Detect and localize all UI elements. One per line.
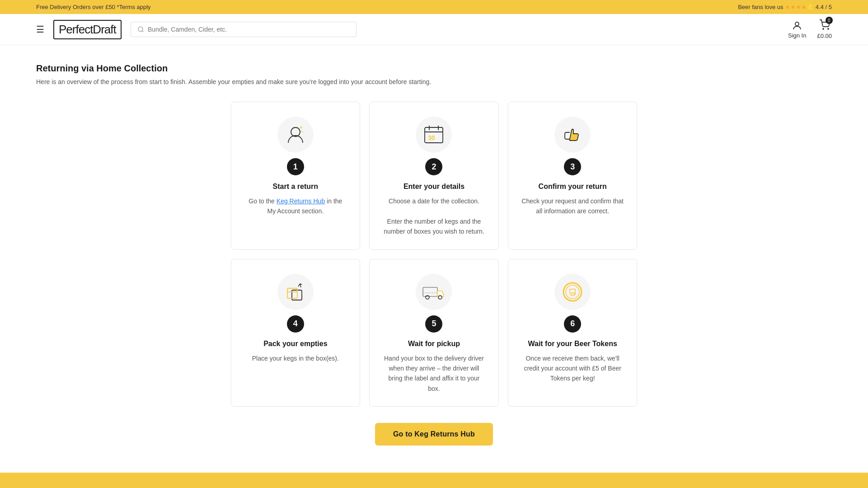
svg-point-3 (823, 28, 824, 29)
announcement-bar: Free Delivery Orders over £50 *Terms app… (0, 0, 868, 14)
search-bar[interactable] (131, 22, 357, 37)
pack-box-icon (284, 280, 307, 304)
step-3-card: 3 Confirm your return Check your request… (508, 102, 638, 250)
svg-rect-16 (423, 287, 437, 296)
sign-in-button[interactable]: Sign In (788, 20, 806, 39)
step-2-icon: 30 (416, 117, 452, 153)
page-subtitle: Here is an overview of the process from … (36, 78, 832, 85)
step-6-number: 6 (564, 315, 581, 333)
search-icon (137, 26, 144, 33)
step-3-number: 3 (564, 158, 581, 175)
svg-point-4 (828, 28, 829, 29)
step-4-title: Pack your empties (263, 340, 327, 348)
main-content: Returning via Home Collection Here is an… (0, 45, 868, 473)
cart-label: £0.00 (817, 33, 832, 39)
step-1-card: ✦ ✦ 1 Start a return Go to the Keg Retur… (231, 102, 361, 250)
step-3-desc: Check your request and confirm that all … (521, 196, 624, 216)
step-1-desc: Go to the Keg Returns Hub in the My Acco… (244, 196, 347, 216)
step-1-number: 1 (287, 158, 304, 175)
step-6-card: PD 6 Wait for your Beer Tokens Once we r… (508, 259, 638, 407)
cart-button[interactable]: 0 £0.00 (817, 19, 832, 39)
star-icons: ★★★★⭐ (785, 4, 814, 10)
step-2-number: 2 (425, 158, 442, 175)
step-6-icon: PD (554, 274, 591, 310)
step-2-card: 30 2 Enter your details Choose a date fo… (369, 102, 499, 250)
header: ☰ PerfectDraft Sign In 0 £0.00 (0, 14, 868, 45)
cta-section: Go to Keg Returns Hub (36, 423, 832, 446)
calendar-icon: 30 (422, 123, 446, 146)
step-4-desc: Place your kegs in the box(es). (252, 353, 339, 363)
person-sparkle-icon: ✦ ✦ (284, 123, 307, 146)
svg-point-5 (291, 127, 300, 136)
steps-row-1: ✦ ✦ 1 Start a return Go to the Keg Retur… (231, 102, 638, 250)
step-5-title: Wait for pickup (408, 340, 460, 348)
step-6-desc: Once we receive them back, we'll credit … (521, 353, 624, 384)
user-icon (792, 20, 802, 31)
rating: 4.4 / 5 (816, 4, 832, 10)
logo[interactable]: PerfectDraft (53, 20, 122, 39)
svg-line-1 (142, 31, 143, 32)
step-5-card: 5 Wait for pickup Hand your box to the d… (369, 259, 499, 407)
step-5-desc: Hand your box to the delivery driver whe… (382, 353, 486, 394)
svg-text:✦: ✦ (299, 125, 303, 130)
step-5-number: 5 (425, 315, 442, 333)
step-1-icon: ✦ ✦ (277, 117, 314, 153)
sign-in-label: Sign In (788, 32, 806, 39)
step-1-title: Start a return (273, 183, 318, 191)
svg-point-0 (138, 27, 143, 31)
announcement-right: Beer fans love us ★★★★⭐ 4.4 / 5 (738, 4, 832, 10)
svg-text:30: 30 (428, 134, 435, 141)
announcement-left: Free Delivery Orders over £50 *Terms app… (36, 4, 151, 10)
svg-text:✦: ✦ (301, 130, 304, 133)
header-actions: Sign In 0 £0.00 (788, 19, 832, 39)
truck-icon (421, 280, 446, 304)
svg-text:PD: PD (571, 291, 576, 296)
step-3-icon (554, 117, 591, 153)
svg-point-2 (795, 22, 799, 26)
steps-row-2: 4 Pack your empties Place your kegs in t… (231, 259, 638, 407)
page-title: Returning via Home Collection (36, 63, 832, 74)
step-4-card: 4 Pack your empties Place your kegs in t… (231, 259, 361, 407)
step-3-title: Confirm your return (539, 183, 607, 191)
step-4-number: 4 (287, 315, 304, 333)
thumbs-up-icon (561, 123, 584, 146)
logo-text: PerfectDraft (59, 23, 116, 36)
step-5-icon (416, 274, 452, 310)
step-6-title: Wait for your Beer Tokens (528, 340, 617, 348)
cart-count-badge: 0 (826, 17, 833, 24)
go-to-keg-returns-hub-button[interactable]: Go to Keg Returns Hub (375, 423, 493, 446)
search-input[interactable] (148, 26, 350, 33)
beer-token-icon: PD (561, 280, 584, 304)
step-4-icon (277, 274, 314, 310)
keg-returns-hub-link[interactable]: Keg Returns Hub (277, 197, 325, 205)
step-2-desc: Choose a date for the collection. Enter … (382, 196, 486, 237)
step-2-title: Enter your details (404, 183, 464, 191)
hamburger-icon[interactable]: ☰ (36, 24, 44, 35)
announcement-right-prefix: Beer fans love us (738, 4, 783, 10)
